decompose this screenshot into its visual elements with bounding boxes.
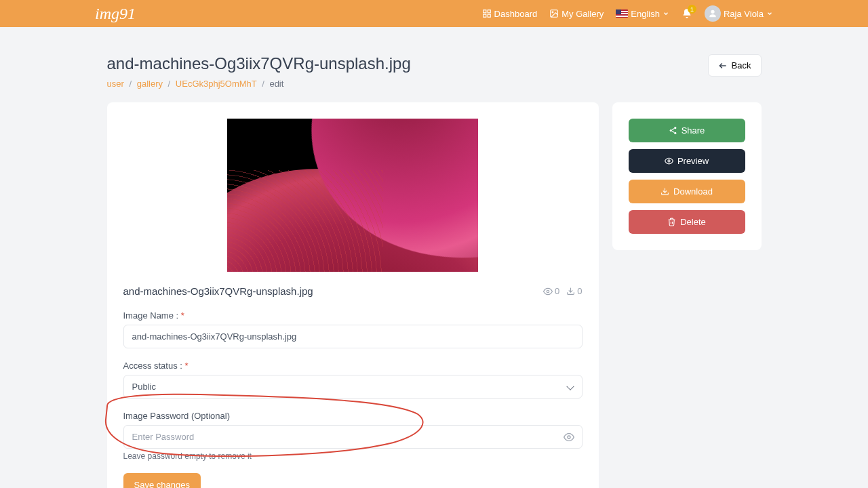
avatar [705,5,721,22]
actions-card: Share Preview Download Delete [612,102,762,250]
breadcrumb: user / gallery / UEcGk3phj5OmMhT / edit [107,79,411,89]
image-name-input[interactable] [123,325,583,348]
notifications-button[interactable]: 1 [682,8,692,19]
topbar: img91 Dashboard My Gallery English [0,0,868,27]
eye-icon [564,432,574,443]
password-input[interactable] [123,425,583,449]
language-switcher[interactable]: English [616,9,669,19]
toggle-password-visibility[interactable] [564,432,574,443]
page-title: and-machines-Og3iix7QVRg-unsplash.jpg [107,54,411,73]
eye-icon [543,287,553,296]
svg-point-11 [669,129,671,131]
notification-badge: 1 [688,5,696,14]
user-name: Raja Viola [724,9,764,19]
svg-line-13 [671,131,674,132]
share-icon [669,126,677,135]
preview-button[interactable]: Preview [629,149,745,173]
download-icon [660,187,669,196]
breadcrumb-id[interactable]: UEcGk3phj5OmMhT [176,79,257,89]
access-status-label: Access status : * [123,361,583,371]
trash-icon [667,218,676,226]
svg-rect-1 [488,10,490,13]
nav-links: Dashboard My Gallery English 1 [482,5,773,22]
download-icon [566,287,575,296]
nav-dashboard[interactable]: Dashboard [482,9,538,19]
flag-us-icon [616,9,628,18]
language-label: English [631,9,660,19]
arrow-left-icon [718,61,728,70]
breadcrumb-user[interactable]: user [107,79,124,89]
back-button-label: Back [732,60,751,70]
share-button[interactable]: Share [629,119,745,142]
image-preview [227,119,478,272]
chevron-down-icon [663,10,669,17]
svg-point-10 [674,127,676,129]
svg-point-5 [552,12,553,13]
svg-rect-2 [483,14,486,17]
password-hint: Leave password empty to remove it [123,451,583,461]
breadcrumb-current: edit [269,79,283,89]
back-button[interactable]: Back [708,54,762,77]
dashboard-icon [482,9,492,18]
svg-line-14 [671,129,674,130]
image-filename: and-machines-Og3iix7QVRg-unsplash.jpg [123,285,313,297]
chevron-down-icon [766,10,773,17]
save-button[interactable]: Save changes [123,473,201,488]
image-name-label: Image Name : * [123,310,583,321]
nav-gallery-label: My Gallery [561,9,604,19]
download-button[interactable]: Download [629,180,745,203]
downloads-stat: 0 [566,286,582,296]
access-status-select[interactable]: Public [123,375,583,399]
nav-dashboard-label: Dashboard [494,9,538,19]
svg-rect-3 [488,14,490,17]
svg-rect-0 [483,10,486,13]
svg-point-15 [668,160,670,162]
breadcrumb-gallery[interactable]: gallery [137,79,163,89]
image-icon [549,9,559,18]
password-label: Image Password (Optional) [123,411,583,421]
svg-point-12 [674,132,676,134]
logo[interactable]: img91 [95,5,136,23]
svg-point-9 [568,436,570,439]
delete-button[interactable]: Delete [629,210,745,234]
user-menu[interactable]: Raja Viola [705,5,773,22]
eye-icon [665,157,673,165]
views-stat: 0 [543,286,559,296]
nav-gallery[interactable]: My Gallery [549,9,604,19]
svg-point-7 [547,290,549,293]
edit-card: and-machines-Og3iix7QVRg-unsplash.jpg 0 … [107,102,599,488]
